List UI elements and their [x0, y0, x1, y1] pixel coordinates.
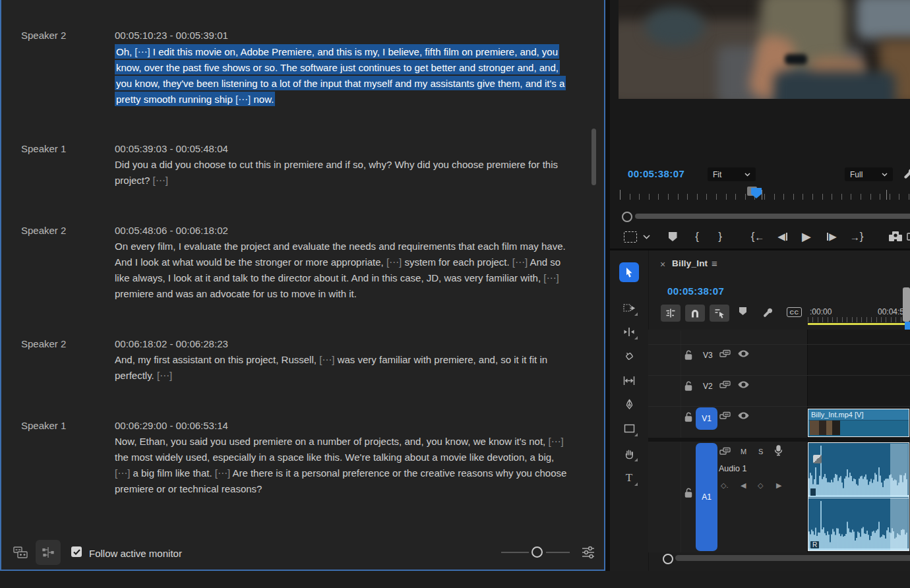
pen-tool[interactable] [619, 394, 639, 414]
track-select-forward-tool[interactable] [619, 298, 639, 318]
zoom-level-select[interactable]: Fit [708, 167, 756, 181]
segment-text[interactable]: And, my first assistant on this project,… [115, 352, 568, 384]
v3-toggle-output-eye-icon[interactable] [738, 350, 749, 357]
ellipsis-token[interactable]: [⋯] [115, 467, 130, 479]
v2-lock-icon[interactable] [684, 381, 693, 391]
segment-timecode: 00:06:18:02 - 00:06:28:23 [115, 336, 568, 352]
v1-toggle-output-eye-icon[interactable] [738, 412, 749, 419]
snap-magnet-button[interactable] [685, 305, 705, 322]
play-button[interactable]: ▶ [800, 227, 813, 247]
timeline-vertical-scrollbar[interactable] [903, 287, 910, 322]
monitor-zoombar[interactable] [635, 214, 910, 219]
transcript-segment[interactable]: Speaker 200:06:18:02 - 00:06:28:23And, m… [1, 336, 591, 384]
text-size-slider-track[interactable] [501, 552, 529, 553]
hand-tool[interactable] [619, 444, 639, 463]
mark-in-button[interactable]: { [693, 227, 701, 247]
export-frame-button[interactable] [887, 227, 904, 247]
rectangle-tool[interactable] [619, 419, 639, 438]
a1-lock-icon[interactable] [684, 488, 693, 498]
playback-quality-select[interactable]: Full [845, 167, 893, 181]
ellipsis-token[interactable]: [⋯] [135, 45, 150, 57]
captions-cc-button[interactable]: CC [787, 307, 802, 317]
slip-tool[interactable] [619, 370, 639, 390]
a1-voiceover-mic-icon[interactable] [774, 445, 783, 456]
timeline-hscroll-bar[interactable] [675, 555, 910, 561]
caption-track-icon[interactable] [13, 546, 30, 559]
ellipsis-token[interactable]: [⋯] [215, 467, 230, 479]
timeline-hscroll-knob[interactable] [663, 554, 673, 564]
ellipsis-token[interactable]: [⋯] [548, 436, 563, 447]
a1-solo-button[interactable]: S [758, 448, 763, 456]
audio-clip-billy-int[interactable]: R [808, 442, 909, 551]
wrench-settings-icon[interactable] [902, 166, 910, 179]
transcript-scrollbar[interactable] [592, 129, 596, 185]
v1-lock-icon[interactable] [684, 412, 693, 422]
step-forward-button[interactable]: ▶ [824, 227, 839, 247]
track-v3-label[interactable]: V3 [703, 351, 713, 360]
ellipsis-token[interactable]: [⋯] [153, 175, 168, 186]
timeline-add-marker-icon[interactable] [739, 307, 746, 315]
a1-add-keyframe-icon[interactable]: ◇. [721, 481, 729, 490]
linked-selection-button[interactable] [710, 305, 729, 322]
settings-chevron-icon[interactable] [642, 227, 651, 247]
transcript-segment[interactable]: Speaker 100:05:39:03 - 00:05:48:04Did yo… [1, 141, 591, 189]
ellipsis-token[interactable]: [⋯] [543, 272, 559, 283]
monitor-zoombar-knob[interactable] [622, 212, 632, 222]
video-clip-billy-int[interactable]: Billy_Int.mp4 [V] [808, 409, 909, 437]
button-editor-icon[interactable] [906, 227, 910, 247]
timeline-timecode[interactable]: 00:05:38:07 [667, 285, 724, 297]
sequence-tab[interactable]: × Billy_Int ≡ [650, 250, 910, 278]
ellipsis-token[interactable]: [⋯] [319, 354, 334, 365]
add-marker-button[interactable] [667, 227, 679, 247]
ellipsis-token[interactable]: [⋯] [512, 256, 528, 268]
type-tool[interactable]: T [619, 468, 639, 488]
timeline-wrench-icon[interactable] [762, 306, 774, 318]
transcript-segment[interactable]: Speaker 200:05:48:06 - 00:06:18:02On eve… [1, 223, 591, 302]
track-v2-label[interactable]: V2 [703, 382, 713, 391]
a1-next-keyframe-icon[interactable]: ▶ [776, 481, 781, 490]
panel-menu-icon[interactable]: ≡ [712, 258, 717, 269]
audio-track-name[interactable]: Audio 1 [719, 464, 746, 473]
a1-mute-button[interactable]: M [741, 448, 746, 456]
v1-source-target-icon[interactable] [719, 411, 731, 420]
timeline-ruler[interactable] [808, 317, 910, 322]
program-timecode[interactable]: 00:05:38:07 [628, 168, 684, 179]
segment-text[interactable]: Oh, [⋯] I edit this movie on, Adobe Prem… [115, 44, 568, 107]
v2-toggle-output-eye-icon[interactable] [738, 381, 749, 388]
text-size-slider-track-right[interactable] [546, 552, 570, 553]
insert-overwrite-nest-button[interactable] [661, 305, 681, 322]
mark-out-button[interactable]: } [716, 227, 724, 247]
track-v1-target-badge[interactable]: V1 [696, 407, 717, 430]
ellipsis-token[interactable]: [⋯] [386, 256, 402, 268]
a1-keyframe-diamond-icon[interactable]: ◇ [758, 481, 763, 490]
ellipsis-token[interactable]: [⋯] [235, 93, 251, 104]
ellipsis-token[interactable]: [⋯] [157, 370, 172, 381]
segment-text[interactable]: Now, Ethan, you said you used premiere o… [115, 434, 568, 497]
go-to-in-button[interactable]: {← [749, 227, 766, 247]
v2-source-target-icon[interactable] [719, 380, 731, 389]
transcript-settings-icon[interactable] [36, 540, 61, 565]
follow-active-monitor-checkbox[interactable] [71, 546, 82, 557]
razor-tool[interactable] [619, 346, 639, 366]
v3-source-target-icon[interactable] [719, 349, 731, 358]
a1-source-target-icon[interactable] [719, 447, 731, 456]
a1-prev-keyframe-icon[interactable]: ◀ [741, 481, 746, 490]
go-to-out-button[interactable]: →} [848, 227, 865, 247]
selection-tool[interactable] [619, 262, 639, 282]
work-area-bar[interactable] [808, 323, 910, 325]
track-a1-target-badge[interactable]: A1 [696, 443, 717, 551]
transcript-segment[interactable]: Speaker 100:06:29:00 - 00:06:53:14Now, E… [1, 418, 591, 497]
monitor-time-ruler[interactable] [620, 189, 910, 200]
text-size-slider-knob[interactable] [531, 546, 543, 558]
panel-divider-horizontal[interactable] [610, 249, 910, 250]
step-back-button[interactable]: ◀ [775, 227, 791, 247]
v3-lock-icon[interactable] [684, 350, 693, 360]
transcript-segment[interactable]: Speaker 200:05:10:23 - 00:05:39:01Oh, [⋯… [1, 28, 591, 107]
panel-divider-vertical[interactable] [605, 0, 610, 588]
filter-settings-icon[interactable] [580, 545, 596, 560]
segment-text[interactable]: On every film, I evaluate the project an… [115, 239, 568, 302]
safe-margins-button[interactable] [623, 227, 638, 247]
close-tab-icon[interactable]: × [660, 259, 665, 270]
segment-text[interactable]: Did you a did you choose to cut this in … [115, 157, 568, 189]
ripple-edit-tool[interactable] [619, 322, 639, 341]
